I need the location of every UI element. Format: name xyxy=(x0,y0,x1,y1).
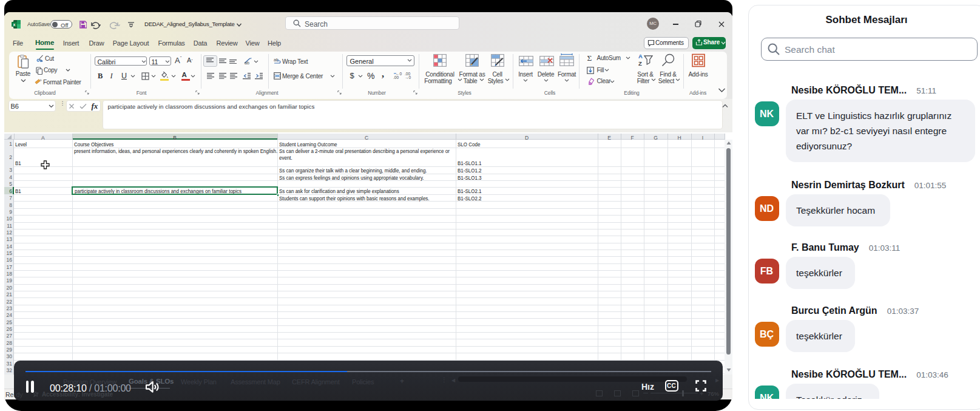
svg-text:→0: →0 xyxy=(405,75,411,80)
svg-text:x: x xyxy=(13,22,16,27)
svg-text:.00: .00 xyxy=(393,75,399,80)
svg-text:ab: ab xyxy=(245,61,249,65)
